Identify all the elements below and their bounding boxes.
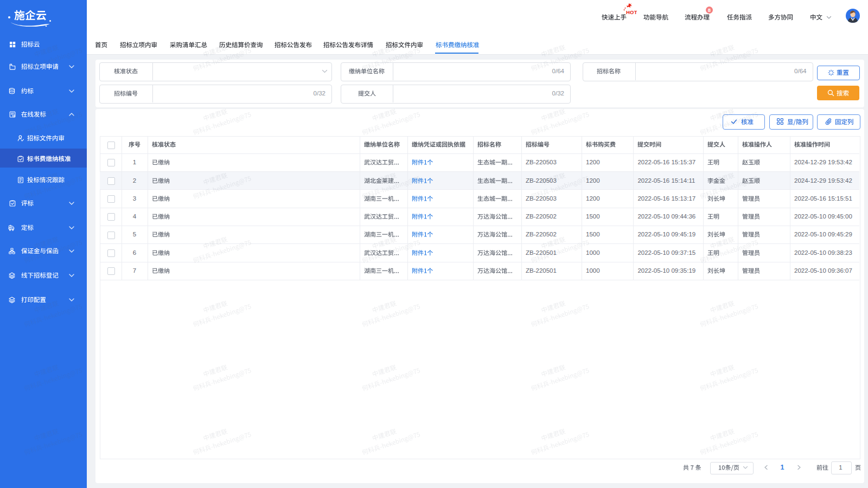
svg-text:HOT: HOT: [626, 9, 637, 15]
